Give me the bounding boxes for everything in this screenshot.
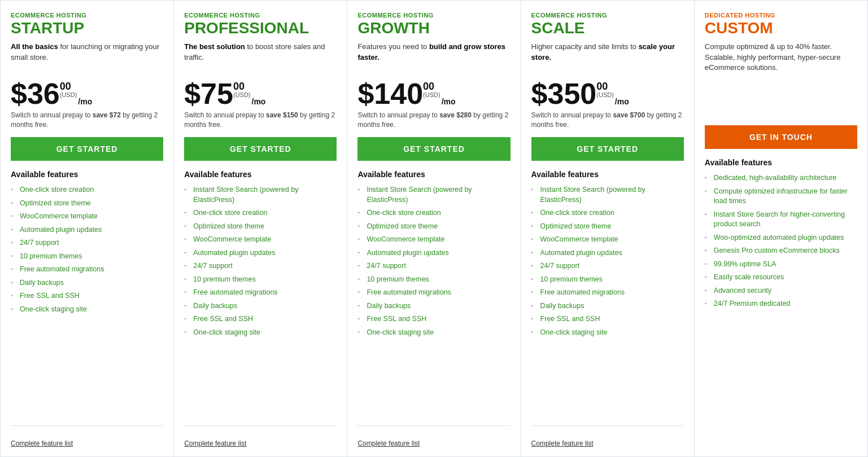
feature-item-scale-0: Instant Store Search (powered by Elastic…: [531, 183, 684, 206]
feature-item-growth-3: WooCommerce template: [357, 233, 510, 247]
feature-item-growth-0: Instant Store Search (powered by Elastic…: [357, 183, 510, 206]
feature-item-startup-3: Automated plugin updates: [11, 223, 163, 237]
plan-card-growth: ECOMMERCE HOSTINGGROWTHFeatures you need…: [347, 0, 521, 457]
price-sup-startup: 00 (USD): [60, 81, 77, 99]
plan-type-custom: DEDICATED HOSTING: [705, 12, 857, 19]
feature-item-startup-2: WooCommerce template: [11, 210, 163, 223]
price-sup-professional: 00 (USD): [233, 81, 251, 99]
price-mo-scale: /mo: [615, 97, 629, 106]
complete-feature-link-scale[interactable]: Complete feature list: [531, 440, 684, 447]
complete-feature-link-startup[interactable]: Complete feature list: [11, 440, 163, 447]
price-row-scale: $350 00 (USD) /mo: [531, 79, 684, 108]
features-list-scale: Instant Store Search (powered by Elastic…: [531, 183, 684, 420]
cta-button-custom[interactable]: GET IN TOUCH: [705, 125, 857, 149]
price-usd-scale: (USD): [596, 91, 614, 99]
price-save-professional: Switch to annual prepay to save $150 by …: [184, 111, 337, 130]
feature-item-scale-4: Automated plugin updates: [531, 247, 684, 260]
price-save-scale: Switch to annual prepay to save $700 by …: [531, 111, 684, 130]
feature-item-custom-3: Woo-optimized automated plugin updates: [705, 231, 857, 245]
price-cents-scale: 00: [596, 81, 614, 91]
price-dollar-professional: $75: [184, 79, 233, 108]
feature-item-custom-6: Easily scale resources: [705, 271, 857, 284]
feature-item-startup-0: One-click store creation: [11, 183, 163, 197]
plan-desc-professional: The best solution to boost store sales a…: [184, 42, 337, 72]
price-mo-growth: /mo: [442, 97, 456, 106]
divider-growth: [357, 425, 510, 426]
plan-name-professional: PROFESSIONAL: [184, 20, 337, 37]
feature-item-scale-3: WooCommerce template: [531, 233, 684, 247]
cta-button-professional[interactable]: GET STARTED: [184, 137, 337, 161]
feature-item-growth-10: One-click staging site: [357, 326, 510, 340]
cta-button-startup[interactable]: GET STARTED: [11, 137, 163, 161]
plan-desc-scale: Higher capacity and site limits to scale…: [531, 42, 684, 72]
feature-item-scale-7: Free automated migrations: [531, 286, 684, 300]
cta-button-growth[interactable]: GET STARTED: [357, 137, 510, 161]
feature-item-custom-0: Dedicated, high-availability architectur…: [705, 172, 857, 185]
price-mo-startup: /mo: [78, 97, 92, 106]
price-row-growth: $140 00 (USD) /mo: [357, 79, 510, 108]
features-label-scale: Available features: [531, 170, 684, 179]
plan-name-scale: SCALE: [531, 20, 684, 37]
features-label-startup: Available features: [11, 170, 163, 179]
feature-item-growth-1: One-click store creation: [357, 206, 510, 220]
feature-item-professional-4: Automated plugin updates: [184, 247, 337, 260]
feature-item-startup-6: Free automated migrations: [11, 263, 163, 276]
features-label-growth: Available features: [357, 170, 510, 179]
cta-button-scale[interactable]: GET STARTED: [531, 137, 684, 161]
feature-item-growth-6: 10 premium themes: [357, 273, 510, 287]
plan-name-custom: CUSTOM: [705, 20, 857, 37]
plan-desc-custom: Compute optimized & up to 40% faster. Sc…: [705, 42, 857, 74]
feature-item-growth-2: Optimized store theme: [357, 220, 510, 234]
price-row-startup: $36 00 (USD) /mo: [11, 79, 163, 108]
complete-feature-link-growth[interactable]: Complete feature list: [357, 440, 510, 447]
plan-type-professional: ECOMMERCE HOSTING: [184, 12, 337, 19]
price-cents-professional: 00: [233, 81, 251, 91]
plan-card-professional: ECOMMERCE HOSTINGPROFESSIONALThe best so…: [174, 0, 347, 457]
feature-item-professional-6: 10 premium themes: [184, 273, 337, 287]
feature-item-growth-7: Free automated migrations: [357, 286, 510, 300]
price-usd-professional: (USD): [233, 91, 251, 99]
feature-item-startup-1: Optimized store theme: [11, 197, 163, 210]
feature-item-professional-9: Free SSL and SSH: [184, 313, 337, 326]
plan-type-scale: ECOMMERCE HOSTING: [531, 12, 684, 19]
feature-item-custom-2: Instant Store Search for higher-converti…: [705, 208, 857, 231]
complete-feature-link-professional[interactable]: Complete feature list: [184, 440, 337, 447]
divider-scale: [531, 425, 684, 426]
plan-type-startup: ECOMMERCE HOSTING: [11, 12, 163, 19]
price-dollar-growth: $140: [357, 79, 423, 108]
plan-name-startup: STARTUP: [11, 20, 163, 37]
plan-card-startup: ECOMMERCE HOSTINGSTARTUPAll the basics f…: [0, 0, 174, 457]
feature-item-startup-5: 10 premium themes: [11, 250, 163, 263]
features-label-custom: Available features: [705, 158, 857, 167]
feature-item-professional-5: 24/7 support: [184, 260, 337, 273]
price-save-growth: Switch to annual prepay to save $280 by …: [357, 111, 510, 130]
feature-item-custom-1: Compute optimized infrastructure for fas…: [705, 185, 857, 208]
plan-desc-growth: Features you need to build and grow stor…: [357, 42, 510, 72]
price-save-startup: Switch to annual prepay to save $72 by g…: [11, 111, 163, 130]
divider-professional: [184, 425, 337, 426]
feature-item-custom-4: Genesis Pro custom eCommerce blocks: [705, 244, 857, 258]
plan-desc-startup: All the basics for launching or migratin…: [11, 42, 163, 72]
pricing-grid: ECOMMERCE HOSTINGSTARTUPAll the basics f…: [0, 0, 868, 457]
feature-item-scale-6: 10 premium themes: [531, 273, 684, 287]
price-sup-scale: 00 (USD): [596, 81, 614, 99]
plan-type-growth: ECOMMERCE HOSTING: [357, 12, 510, 19]
feature-item-scale-5: 24/7 support: [531, 260, 684, 273]
feature-item-custom-5: 99.99% uptime SLA: [705, 258, 857, 271]
price-mo-professional: /mo: [252, 97, 266, 106]
features-list-custom: Dedicated, high-availability architectur…: [705, 172, 857, 447]
plan-card-custom: DEDICATED HOSTINGCUSTOMCompute optimized…: [695, 0, 868, 457]
feature-item-custom-7: Advanced security: [705, 284, 857, 298]
feature-item-growth-5: 24/7 support: [357, 260, 510, 273]
feature-item-scale-1: One-click store creation: [531, 206, 684, 220]
feature-item-growth-4: Automated plugin updates: [357, 247, 510, 260]
feature-item-professional-8: Daily backups: [184, 300, 337, 313]
price-usd-startup: (USD): [60, 91, 77, 99]
features-label-professional: Available features: [184, 170, 337, 179]
feature-item-scale-9: Free SSL and SSH: [531, 313, 684, 326]
feature-item-professional-10: One-click staging site: [184, 326, 337, 340]
features-list-professional: Instant Store Search (powered by Elastic…: [184, 183, 337, 420]
price-row-professional: $75 00 (USD) /mo: [184, 79, 337, 108]
price-cents-growth: 00: [423, 81, 440, 91]
feature-item-custom-8: 24/7 Premium dedicated: [705, 297, 857, 311]
